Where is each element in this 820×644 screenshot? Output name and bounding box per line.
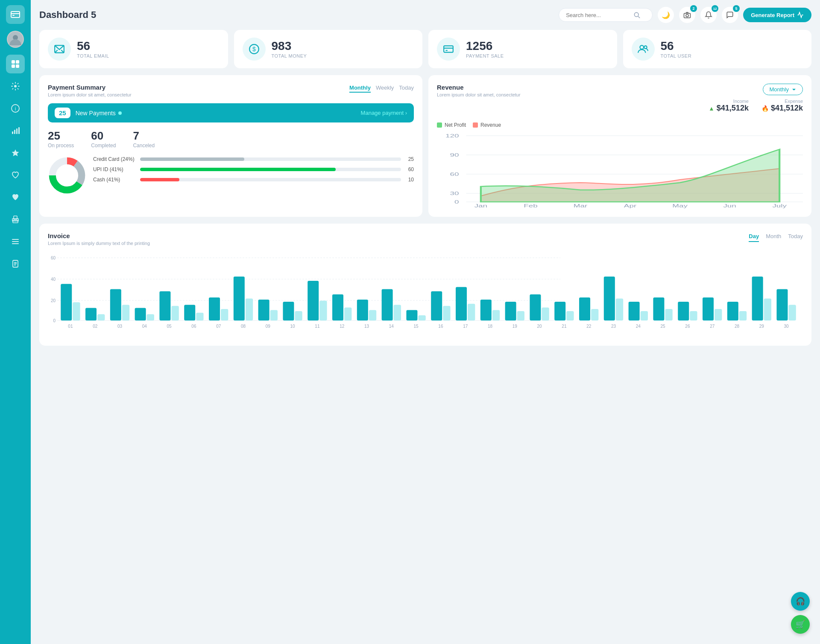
income-value: ▲ $41,512k (709, 104, 749, 113)
invoice-card-header: Invoice Lorem Ipsum is simply dummy text… (48, 232, 803, 246)
ps-completed: 60 Completed (91, 129, 116, 149)
svg-rect-111 (394, 305, 401, 321)
svg-rect-87 (196, 313, 203, 321)
generate-report-button[interactable]: Generate Report (743, 8, 811, 22)
svg-rect-138 (616, 299, 623, 321)
tab-weekly[interactable]: Weekly (376, 84, 394, 93)
svg-text:16: 16 (438, 324, 443, 329)
svg-point-9 (14, 85, 17, 87)
breakdown-row-cash: Cash (41%) 10 (93, 177, 414, 183)
chat-btn[interactable]: 5 (722, 7, 738, 23)
dark-mode-btn[interactable]: 🌙 (658, 7, 674, 23)
sidebar-item-heart2[interactable] (6, 188, 25, 207)
svg-text:13: 13 (364, 324, 369, 329)
svg-rect-141 (641, 311, 648, 321)
stat-card-email: 56 TOTAL EMAIL (39, 30, 228, 68)
manage-payment-link[interactable]: Manage payment › (361, 110, 407, 116)
svg-text:Mar: Mar (574, 203, 587, 208)
stat-email-label: TOTAL EMAIL (77, 53, 109, 58)
tab-invoice-day[interactable]: Day (749, 232, 759, 242)
sidebar-item-doc[interactable] (6, 254, 25, 273)
invoice-chart-container: 60 40 20 0 01020304050607080910111213141… (48, 252, 803, 337)
headset-fab[interactable]: 🎧 (791, 592, 810, 611)
revenue-monthly-dropdown[interactable]: Monthly (763, 84, 803, 95)
search-input[interactable] (566, 12, 630, 18)
revenue-chart: 120 90 60 30 0 Jan Feb Mar Apr May Jun J… (437, 131, 803, 208)
svg-rect-102 (319, 300, 327, 321)
svg-rect-150 (715, 309, 722, 321)
svg-rect-117 (443, 306, 450, 321)
svg-rect-22 (12, 243, 19, 244)
sidebar-item-analytics[interactable] (6, 121, 25, 140)
sidebar-item-settings[interactable] (6, 77, 25, 96)
breakdown-label-upi: UPI ID (41%) (93, 166, 136, 172)
svg-text:Jun: Jun (723, 203, 736, 208)
svg-text:23: 23 (611, 324, 616, 329)
svg-text:06: 06 (191, 324, 196, 329)
stat-payment-label: PAYMENT SALE (466, 53, 504, 58)
svg-rect-137 (604, 277, 615, 321)
tab-invoice-today[interactable]: Today (788, 232, 803, 242)
svg-rect-20 (12, 239, 19, 240)
svg-rect-80 (135, 308, 146, 321)
money-icon: $ (243, 38, 266, 61)
svg-rect-149 (703, 297, 714, 321)
cart-fab[interactable]: 🛒 (791, 615, 810, 634)
email-icon (48, 38, 71, 61)
sidebar-item-dashboard[interactable] (6, 55, 25, 73)
svg-text:40: 40 (51, 277, 56, 282)
svg-marker-16 (12, 149, 19, 156)
svg-rect-5 (12, 60, 15, 64)
svg-rect-13 (14, 130, 15, 134)
svg-rect-77 (110, 289, 121, 321)
sidebar-item-print[interactable] (6, 210, 25, 229)
svg-rect-107 (357, 300, 368, 321)
svg-text:30: 30 (450, 191, 459, 196)
svg-text:20: 20 (51, 298, 56, 303)
payment-summary-subtitle: Lorem ipsum dolor sit amet, consectetur (48, 92, 132, 97)
tab-today[interactable]: Today (399, 84, 414, 93)
breakdown-label-credit: Credit Card (24%) (93, 156, 136, 162)
payment-summary-title: Payment Summary (48, 84, 132, 91)
payment-summary-titles: Payment Summary Lorem ipsum dolor sit am… (48, 84, 132, 97)
svg-rect-78 (122, 305, 129, 321)
svg-rect-135 (591, 309, 598, 321)
svg-text:11: 11 (315, 324, 320, 329)
svg-text:60: 60 (450, 172, 459, 177)
svg-text:Jan: Jan (474, 203, 487, 208)
tab-invoice-month[interactable]: Month (766, 232, 781, 242)
svg-rect-8 (16, 64, 19, 68)
sidebar-item-star[interactable] (6, 143, 25, 162)
svg-rect-125 (505, 302, 516, 321)
svg-rect-75 (97, 314, 105, 321)
svg-rect-132 (566, 311, 574, 321)
bell-btn[interactable]: 12 (700, 7, 717, 23)
svg-rect-90 (221, 309, 228, 321)
svg-rect-156 (764, 299, 771, 321)
svg-point-30 (686, 15, 688, 17)
svg-rect-104 (332, 294, 343, 321)
search-box[interactable] (559, 8, 653, 22)
sidebar-logo[interactable] (6, 5, 25, 24)
avatar[interactable] (7, 31, 24, 48)
payment-tabs: Monthly Weekly Today (349, 84, 414, 93)
svg-rect-101 (308, 281, 319, 321)
svg-rect-86 (184, 305, 195, 321)
sidebar-item-heart[interactable] (6, 166, 25, 184)
stat-money-number: 983 (272, 40, 307, 53)
tab-monthly[interactable]: Monthly (349, 84, 371, 93)
invoice-chart-svg: 60 40 20 0 01020304050607080910111213141… (48, 252, 803, 337)
camera-btn[interactable]: 2 (679, 7, 695, 23)
svg-text:24: 24 (636, 324, 641, 329)
svg-rect-134 (579, 297, 590, 321)
bell-badge: 12 (712, 5, 718, 12)
svg-rect-72 (73, 302, 80, 321)
svg-text:27: 27 (710, 324, 715, 329)
svg-text:12: 12 (340, 324, 345, 329)
expense-item: Expense 🔥 $41,512k (761, 99, 803, 113)
sidebar-item-list[interactable] (6, 232, 25, 251)
svg-line-28 (638, 16, 640, 18)
revenue-titles: Revenue Lorem ipsum dolor sit amet, cons… (437, 84, 521, 97)
sidebar-item-info[interactable]: i (6, 99, 25, 118)
svg-rect-21 (12, 241, 19, 242)
